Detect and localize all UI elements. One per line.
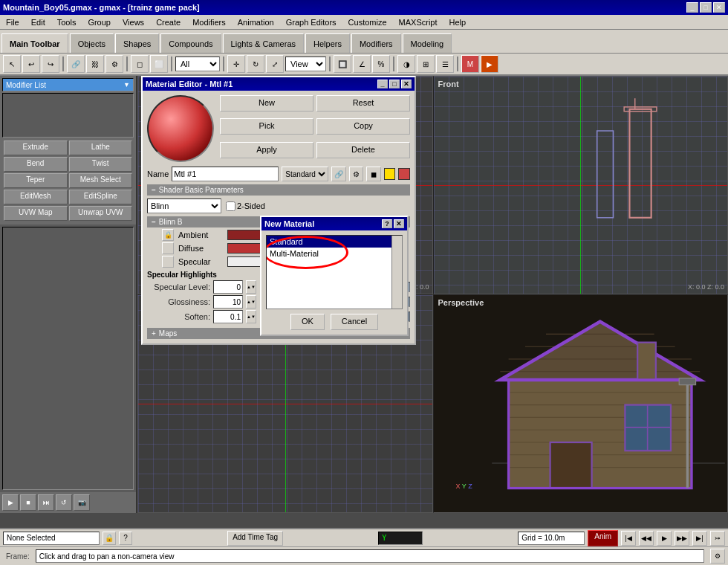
glossiness-input[interactable]	[213, 295, 243, 309]
mat-editor-controls[interactable]: _ □ ✕	[377, 80, 412, 88]
stop-btn[interactable]: ■	[20, 494, 36, 511]
redo-btn[interactable]: ↪	[42, 55, 59, 73]
new-mat-controls[interactable]: ? ✕	[382, 219, 404, 228]
mat-editor-minimize[interactable]: _	[377, 80, 388, 88]
menu-customize[interactable]: Customize	[342, 15, 393, 29]
menu-edit[interactable]: Edit	[25, 15, 51, 29]
mat-icon-2[interactable]: ⚙	[349, 167, 363, 181]
modifier-list-box[interactable]	[2, 93, 134, 138]
soften-spinner[interactable]: ▲▼	[246, 310, 256, 323]
tab-main-toolbar[interactable]: Main Toolbar	[1, 33, 68, 53]
glossiness-spinner[interactable]: ▲▼	[246, 295, 256, 309]
shader-collapse-btn[interactable]: −	[152, 186, 156, 194]
soften-input[interactable]	[213, 310, 243, 323]
menu-graph-editors[interactable]: Graph Editors	[280, 15, 342, 29]
viewport-perspective[interactable]: Perspective	[433, 294, 729, 513]
diffuse-lock-btn[interactable]	[162, 242, 174, 254]
step-btn[interactable]: ⏭	[38, 494, 54, 511]
twist-btn[interactable]: Twist	[69, 157, 133, 172]
mat-color-dot[interactable]	[384, 168, 396, 180]
apply-material-btn[interactable]: Apply	[220, 142, 313, 158]
anim-btn[interactable]: Anim	[588, 530, 618, 546]
link-btn[interactable]: 🔗	[67, 55, 85, 73]
spec-level-input[interactable]	[213, 280, 243, 294]
menu-file[interactable]: File	[0, 15, 25, 29]
tab-objects[interactable]: Objects	[70, 33, 114, 53]
blinn-collapse-btn[interactable]: −	[152, 218, 156, 226]
mat-icon-3[interactable]: ◼	[366, 167, 380, 181]
mirror-btn[interactable]: ◑	[397, 55, 415, 73]
menu-animation[interactable]: Animation	[232, 15, 280, 29]
new-mat-help-btn[interactable]: ?	[382, 219, 392, 228]
spec-level-spinner[interactable]: ▲▼	[246, 280, 256, 294]
new-mat-close-btn[interactable]: ✕	[394, 219, 404, 228]
angle-snap-btn[interactable]: ∠	[353, 55, 371, 73]
taper-btn[interactable]: Teper	[4, 173, 68, 188]
snap-btn[interactable]: 🔲	[334, 55, 351, 73]
menu-views[interactable]: Views	[117, 15, 150, 29]
maps-plus-btn[interactable]: +	[152, 329, 156, 338]
delete-material-btn[interactable]: Delete	[316, 142, 410, 158]
camera-btn[interactable]: 📷	[74, 494, 90, 511]
region-select-btn[interactable]: ⬜	[150, 55, 168, 73]
move-btn[interactable]: ✛	[227, 55, 245, 73]
uvw-map-btn[interactable]: UVW Map	[4, 206, 68, 221]
view-dropdown[interactable]: View	[285, 56, 326, 71]
new-mat-cancel-btn[interactable]: Cancel	[331, 314, 378, 330]
mat-editor-close[interactable]: ✕	[401, 80, 412, 88]
close-btn[interactable]: ✕	[713, 2, 725, 13]
minimize-btn[interactable]: _	[686, 2, 698, 13]
end-btn[interactable]: ⤖	[710, 531, 725, 546]
two-sided-checkbox[interactable]	[226, 201, 235, 211]
window-controls[interactable]: _ □ ✕	[686, 2, 725, 13]
next-key-btn[interactable]: ▶▶	[675, 531, 689, 546]
menu-create[interactable]: Create	[150, 15, 186, 29]
editmesh-btn[interactable]: EditMesh	[4, 190, 68, 204]
tab-compounds[interactable]: Compounds	[160, 33, 221, 53]
mat-name-input[interactable]	[172, 167, 279, 181]
render-btn[interactable]: ▶	[481, 55, 498, 73]
rotate-btn[interactable]: ↻	[247, 55, 264, 73]
tab-lights-cameras[interactable]: Lights & Cameras	[223, 33, 304, 53]
unlink-btn[interactable]: ⛓	[86, 55, 104, 73]
menu-help[interactable]: Help	[443, 15, 472, 29]
tab-helpers[interactable]: Helpers	[305, 33, 350, 53]
menu-modifiers[interactable]: Modifiers	[186, 15, 232, 29]
new-mat-item-multi[interactable]: Multi-Material	[267, 248, 402, 259]
mat-color-dot2[interactable]	[398, 168, 410, 180]
loop-btn[interactable]: ↺	[56, 494, 72, 511]
mesh-select-btn[interactable]: Mesh Select	[69, 173, 133, 188]
unwrap-uvw-btn[interactable]: Unwrap UVW	[69, 206, 133, 221]
array-btn[interactable]: ⊞	[417, 55, 435, 73]
bind-btn[interactable]: ⚙	[105, 55, 123, 73]
ambient-lock-btn[interactable]: 🔒	[162, 229, 174, 241]
copy-material-btn[interactable]: Copy	[316, 118, 410, 135]
new-material-btn[interactable]: New	[220, 95, 313, 112]
select-btn[interactable]: ↖	[3, 55, 21, 73]
shader-type-select[interactable]: Blinn	[147, 198, 221, 213]
new-mat-scrollbar[interactable]	[391, 236, 402, 309]
bend-btn[interactable]: Bend	[4, 157, 68, 172]
prev-frame-btn[interactable]: |◀	[621, 531, 636, 546]
lathe-btn[interactable]: Lathe	[69, 141, 133, 155]
undo-btn[interactable]: ↩	[22, 55, 40, 73]
lock-btn[interactable]: 🔒	[103, 532, 116, 545]
menu-maxscript[interactable]: MAXScript	[393, 15, 443, 29]
reset-material-btn[interactable]: Reset	[316, 95, 410, 112]
pick-material-btn[interactable]: Pick	[220, 118, 313, 135]
menu-tools[interactable]: Tools	[51, 15, 82, 29]
tab-modifiers[interactable]: Modifiers	[351, 33, 401, 53]
new-mat-item-standard[interactable]: Standard	[267, 236, 402, 248]
play-btn[interactable]: ▶	[2, 494, 19, 511]
extrude-btn[interactable]: Extrude	[4, 141, 68, 155]
mat-editor-titlebar[interactable]: Material Editor - Mtl #1 _ □ ✕	[143, 77, 415, 91]
mat-type-dropdown[interactable]: Standard	[282, 167, 328, 181]
align-btn[interactable]: ☰	[436, 55, 454, 73]
settings-btn[interactable]: ⚙	[710, 549, 725, 564]
next-frame-btn[interactable]: ▶|	[692, 531, 707, 546]
play-anim-btn[interactable]: ▶	[657, 531, 672, 546]
mat-editor-maximize[interactable]: □	[389, 80, 400, 88]
mat-editor-btn[interactable]: M	[461, 55, 479, 73]
tab-modeling[interactable]: Modeling	[403, 33, 452, 53]
editspline-btn[interactable]: EditSpline	[69, 190, 133, 204]
